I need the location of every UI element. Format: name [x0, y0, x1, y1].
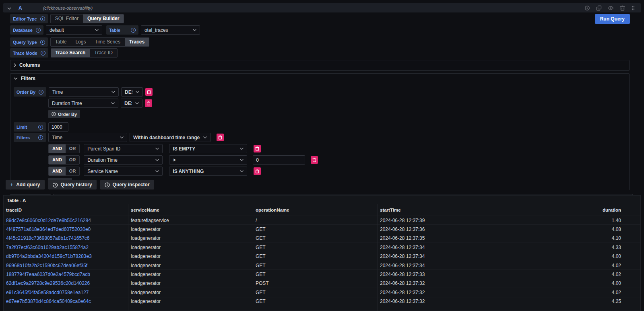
hide-response-eye-icon[interactable] [608, 5, 614, 11]
service-name-cell: loadgenerator [128, 234, 253, 243]
order-by-direction-select[interactable]: DESC [121, 87, 143, 97]
table-row: 96968b10fa2b2c1590bc67dea06ef35f loadgen… [4, 261, 640, 270]
run-query-button[interactable]: Run Query [595, 14, 630, 24]
limit-row: Limit i [14, 122, 626, 132]
and-option[interactable]: AND [49, 144, 66, 153]
column-header-operationname[interactable]: operationName [253, 204, 377, 216]
add-order-by-row: Order By [48, 110, 626, 118]
plus-icon: + [10, 181, 13, 188]
remove-filter-button[interactable] [254, 167, 261, 175]
add-query-button[interactable]: + Add query [6, 180, 45, 189]
column-header-starttime[interactable]: startTime [377, 204, 503, 216]
query-row-actions [584, 5, 637, 11]
start-time-cell: 2024-06-28 12:37:35 [377, 234, 503, 243]
start-time-cell: 2024-06-28 12:37:32 [377, 297, 503, 306]
query-ref-id: A [19, 5, 22, 11]
remove-query-trash-icon[interactable] [620, 5, 625, 11]
editor-type-toggle: SQL Editor Query Builder [50, 14, 124, 23]
column-header-servicename[interactable]: serviceName [128, 204, 253, 216]
order-by-direction-select[interactable]: DESC [121, 99, 142, 108]
filter-operator-select[interactable]: > [169, 155, 247, 165]
trace-id-link[interactable]: e91c3645f04fa5e58adcd0758e1ea127 [4, 290, 128, 295]
filter-field-select[interactable]: Time [48, 133, 127, 142]
table-row: e91c3645f04fa5e58adcd0758e1ea127 loadgen… [4, 288, 640, 297]
query-type-traces[interactable]: Traces [125, 38, 149, 46]
column-header-duration[interactable]: duration [503, 204, 640, 216]
filter-operator-select[interactable]: Within dashboard time range [130, 133, 211, 142]
query-type-logs[interactable]: Logs [71, 38, 90, 46]
trace-id-link[interactable]: 89dc7e8c6060c0d12de7e9b50c216284 [4, 218, 128, 223]
operation-name-cell: GET [253, 225, 377, 233]
order-by-field-select[interactable]: Duration Time [48, 99, 118, 108]
remove-order-by-button[interactable] [145, 99, 152, 107]
duration-cell: 4.02 [503, 270, 640, 278]
filter-value-input[interactable] [253, 155, 305, 165]
operation-name-cell: GET [253, 243, 377, 251]
remove-filter-button[interactable] [217, 134, 224, 141]
or-option[interactable]: OR [66, 144, 80, 153]
info-icon[interactable]: i [38, 125, 43, 130]
service-name-cell: loadgenerator [128, 243, 253, 251]
query-type-time-series[interactable]: Time Series [90, 38, 125, 46]
trace-id-link[interactable]: 96968b10fa2b2c1590bc67dea06ef35f [4, 263, 128, 268]
trace-id-link[interactable]: 62df1ec9a29728c9e29536c20d140226 [4, 280, 128, 286]
filter-field-select[interactable]: Parent Span ID [84, 144, 163, 153]
trace-id-link[interactable]: db9704a2bbda34204d159c71b78283e3 [4, 253, 128, 259]
conjunction-toggle: AND OR [48, 144, 80, 153]
query-type-table[interactable]: Table [51, 38, 71, 46]
and-option[interactable]: AND [49, 167, 66, 175]
trace-id-option[interactable]: Trace ID [90, 49, 117, 57]
filters-section-header[interactable]: Filters [14, 75, 626, 82]
operation-name-cell: GET [253, 288, 377, 297]
duplicate-query-icon[interactable] [596, 5, 602, 11]
info-icon[interactable]: i [40, 16, 45, 21]
trace-search-option[interactable]: Trace Search [51, 49, 90, 57]
collapse-chevron-icon[interactable] [7, 5, 11, 11]
columns-section-header[interactable]: Columns [14, 62, 626, 68]
order-by-field-select[interactable]: Time [49, 87, 119, 97]
info-icon[interactable]: i [39, 90, 43, 95]
info-icon[interactable]: i [38, 135, 43, 140]
operation-name-cell: GET [253, 252, 377, 261]
trace-mode-row: Trace Mode i Trace Search Trace ID [10, 48, 641, 58]
trace-id-link[interactable]: 7a2f07ecf63c60b1029ab2ac155874a2 [4, 245, 128, 250]
filter-operator-select[interactable]: IS EMPTY [169, 144, 247, 153]
trash-icon [255, 169, 259, 173]
trace-id-link[interactable]: 4f45c21918c73698057a8b1c741657c6 [4, 235, 128, 241]
record-icon[interactable] [584, 5, 590, 11]
filter-operator-select[interactable]: IS ANYTHING [169, 167, 247, 176]
query-inspector-button[interactable]: Query inspector [100, 180, 154, 189]
start-time-cell: 2024-06-28 12:37:32 [377, 279, 503, 288]
add-order-by-button[interactable]: Order By [48, 110, 80, 118]
table-label-chip: Table i [106, 25, 138, 35]
order-by-row-1: Order By i Time DESC [14, 87, 626, 97]
query-row-header[interactable]: A (clickhouse-observability) [3, 3, 641, 12]
info-icon[interactable]: i [131, 28, 136, 33]
query-builder-option[interactable]: Query Builder [83, 14, 124, 23]
trace-id-link[interactable]: 1887794f7eaa6037d0e2a4579bcd7acb [4, 272, 128, 277]
start-time-cell: 2024-06-28 12:37:32 [377, 288, 503, 297]
filter-field-select[interactable]: Service Name [84, 167, 163, 176]
query-history-button[interactable]: Query history [48, 180, 97, 189]
remove-filter-button[interactable] [311, 156, 318, 164]
trace-id-link[interactable]: e67ee7b53870d4c864ca50409ca0e64c [4, 299, 128, 304]
and-option[interactable]: AND [49, 156, 66, 164]
drag-handle-icon[interactable] [631, 5, 635, 11]
or-option[interactable]: OR [66, 156, 80, 164]
column-header-traceid[interactable]: traceID [4, 208, 128, 212]
info-icon[interactable]: i [41, 51, 45, 56]
service-name-cell: loadgenerator [128, 261, 253, 270]
info-icon[interactable]: i [40, 40, 45, 45]
limit-label-chip: Limit i [14, 122, 46, 132]
table-select[interactable]: otel_traces [141, 25, 200, 35]
filter-field-select[interactable]: Duration Time [84, 155, 163, 165]
trace-id-link[interactable]: 4f497571a618e364ed7ded60752030e0 [4, 227, 128, 232]
sql-editor-option[interactable]: SQL Editor [51, 14, 83, 23]
or-option[interactable]: OR [66, 167, 80, 175]
remove-order-by-button[interactable] [145, 88, 153, 96]
limit-input[interactable] [48, 122, 68, 132]
database-select[interactable]: default [46, 25, 102, 35]
info-icon[interactable]: i [36, 28, 41, 33]
remove-filter-button[interactable] [254, 145, 261, 152]
trash-icon [147, 90, 151, 94]
